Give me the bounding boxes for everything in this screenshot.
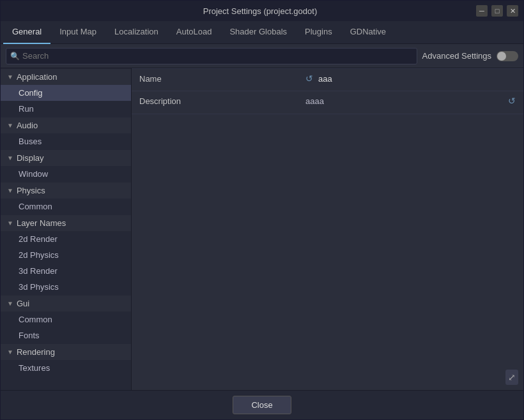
sidebar-group-physics-label: Physics (17, 186, 45, 195)
search-input[interactable] (22, 51, 413, 61)
tab-autoload[interactable]: AutoLoad (167, 21, 221, 44)
name-value: aaa (318, 74, 332, 84)
sidebar-group-display-label: Display (17, 153, 44, 163)
content-area: ▼ Application Config Run ▼ Audio Buses ▼… (1, 68, 523, 390)
settings-row-name: Name ↺ aaa (132, 68, 523, 91)
chevron-physics: ▼ (7, 187, 13, 194)
sidebar-section-gui: ▼ Gui Common Fonts (1, 296, 131, 343)
titlebar-controls: ─ □ ✕ (476, 5, 518, 17)
minimize-button[interactable]: ─ (476, 5, 488, 17)
description-value: aaaa (305, 96, 503, 106)
chevron-application: ▼ (7, 73, 13, 80)
settings-value-description: aaaa ↺ (298, 91, 523, 111)
sidebar-section-audio: ▼ Audio Buses (1, 117, 131, 149)
chevron-audio: ▼ (7, 122, 13, 129)
sidebar-group-physics[interactable]: ▼ Physics (1, 183, 131, 199)
tabs-bar: General Input Map Localization AutoLoad … (1, 21, 523, 44)
sidebar-item-config[interactable]: Config (1, 85, 131, 101)
tab-general[interactable]: General (3, 21, 50, 44)
chevron-gui: ▼ (7, 300, 13, 307)
sidebar-group-layer-names-label: Layer Names (17, 218, 66, 228)
sidebar-group-rendering-label: Rendering (17, 347, 55, 357)
sidebar-item-textures[interactable]: Textures (1, 360, 131, 376)
toolbar: 🔍 Advanced Settings (1, 44, 523, 68)
sidebar-item-3d-render[interactable]: 3d Render (1, 263, 131, 279)
window-title: Project Settings (project.godot) (44, 6, 476, 16)
sidebar-item-window[interactable]: Window (1, 166, 131, 182)
settings-row-description: Description aaaa ↺ (132, 91, 523, 114)
chevron-rendering: ▼ (7, 349, 13, 356)
sidebar-group-rendering[interactable]: ▼ Rendering (1, 344, 131, 360)
sidebar-group-audio[interactable]: ▼ Audio (1, 117, 131, 133)
sidebar-item-physics-common[interactable]: Common (1, 199, 131, 214)
tab-localization[interactable]: Localization (105, 21, 167, 44)
sidebar-group-layer-names[interactable]: ▼ Layer Names (1, 215, 131, 231)
sidebar-group-application[interactable]: ▼ Application (1, 69, 131, 85)
settings-label-name: Name (132, 69, 298, 89)
reset-name-button[interactable]: ↺ (305, 74, 313, 83)
titlebar: Project Settings (project.godot) ─ □ ✕ (1, 1, 523, 21)
chevron-layer-names: ▼ (7, 220, 13, 227)
bottom-bar: Close (1, 390, 523, 419)
expand-button[interactable]: ⤢ (505, 370, 518, 385)
search-icon: 🔍 (10, 52, 20, 61)
sidebar-section-rendering: ▼ Rendering Textures (1, 344, 131, 376)
sidebar-item-fonts[interactable]: Fonts (1, 327, 131, 343)
sidebar-group-application-label: Application (17, 72, 58, 82)
reset-description-button[interactable]: ↺ (508, 96, 516, 105)
advanced-settings-toggle[interactable] (497, 51, 518, 61)
tab-shader-globals[interactable]: Shader Globals (220, 21, 296, 44)
sidebar-item-2d-render[interactable]: 2d Render (1, 231, 131, 247)
tab-gdnative[interactable]: GDNative (341, 21, 395, 44)
sidebar-item-buses[interactable]: Buses (1, 133, 131, 149)
toggle-knob (497, 52, 506, 61)
maximize-button[interactable]: □ (491, 5, 503, 17)
sidebar-section-display: ▼ Display Window (1, 150, 131, 182)
sidebar-section-layer-names: ▼ Layer Names 2d Render 2d Physics 3d Re… (1, 215, 131, 295)
main-panel: Name ↺ aaa Description aaaa ↺ ⤢ (132, 68, 523, 390)
sidebar-group-gui-label: Gui (17, 299, 29, 308)
sidebar-section-physics: ▼ Physics Common (1, 183, 131, 214)
sidebar: ▼ Application Config Run ▼ Audio Buses ▼… (1, 68, 132, 390)
sidebar-group-display[interactable]: ▼ Display (1, 150, 131, 166)
sidebar-group-audio-label: Audio (17, 121, 38, 130)
search-box: 🔍 (6, 48, 417, 64)
advanced-settings-area: Advanced Settings (422, 51, 518, 61)
chevron-display: ▼ (7, 154, 13, 161)
settings-value-name: ↺ aaa (298, 69, 523, 89)
sidebar-section-application: ▼ Application Config Run (1, 69, 131, 117)
close-window-button[interactable]: ✕ (507, 5, 518, 17)
sidebar-item-gui-common[interactable]: Common (1, 311, 131, 327)
close-button[interactable]: Close (233, 396, 291, 414)
sidebar-item-2d-physics[interactable]: 2d Physics (1, 247, 131, 263)
settings-label-description: Description (132, 91, 298, 111)
tab-input-map[interactable]: Input Map (50, 21, 105, 44)
advanced-settings-label: Advanced Settings (422, 51, 491, 61)
tab-plugins[interactable]: Plugins (296, 21, 341, 44)
main-window: Project Settings (project.godot) ─ □ ✕ G… (0, 0, 524, 420)
sidebar-item-run[interactable]: Run (1, 101, 131, 117)
sidebar-group-gui[interactable]: ▼ Gui (1, 296, 131, 311)
sidebar-item-3d-physics[interactable]: 3d Physics (1, 279, 131, 295)
